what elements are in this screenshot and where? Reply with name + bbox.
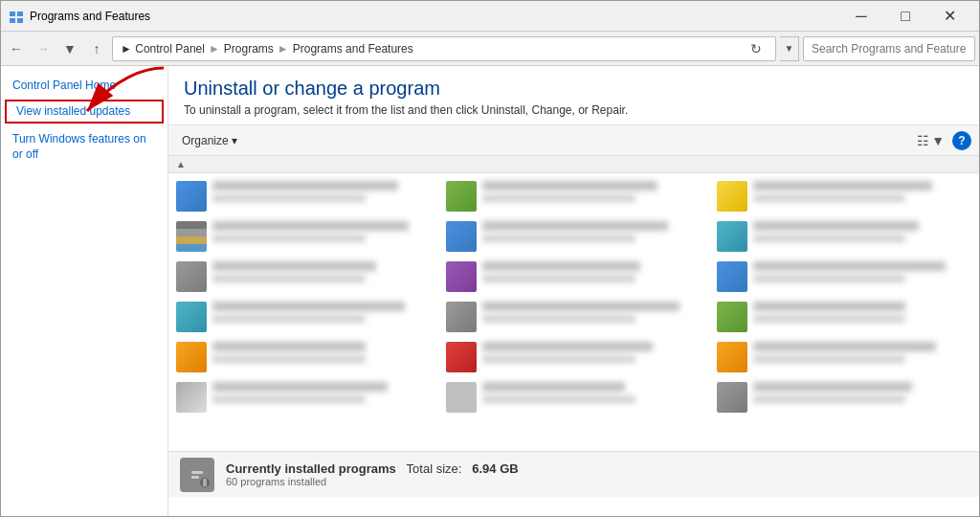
forward-button[interactable]: →	[32, 37, 55, 60]
list-item[interactable]	[176, 181, 431, 212]
status-icon	[180, 458, 214, 492]
window-controls: ─ □ ✕	[839, 1, 971, 32]
programs-grid	[168, 173, 979, 451]
program-name	[753, 181, 932, 191]
program-icon	[717, 342, 747, 372]
list-item[interactable]	[446, 302, 701, 332]
help-button[interactable]: ?	[952, 131, 971, 150]
program-name	[212, 181, 398, 191]
back-button[interactable]: ←	[5, 37, 28, 60]
program-icon	[717, 181, 747, 212]
program-detail	[212, 395, 366, 403]
view-button[interactable]: ☷ ▼	[913, 131, 948, 150]
list-item[interactable]	[176, 382, 431, 413]
program-icon	[446, 302, 477, 332]
program-detail	[753, 315, 906, 323]
window-icon	[9, 9, 24, 24]
program-icon	[176, 302, 207, 332]
program-detail	[212, 235, 366, 242]
maximize-button[interactable]: □	[883, 1, 927, 32]
program-icon	[176, 221, 207, 252]
search-input[interactable]	[803, 36, 975, 61]
list-item[interactable]	[446, 261, 701, 292]
sort-row: ▲	[168, 156, 979, 173]
sidebar-item-turn-windows-features[interactable]: Turn Windows features on or off	[1, 127, 167, 168]
list-item[interactable]	[176, 342, 431, 372]
breadcrumb-sep-1: ►	[209, 42, 220, 56]
close-button[interactable]: ✕	[927, 1, 971, 32]
svg-rect-1	[17, 11, 23, 16]
breadcrumb: ► Control Panel ► Programs ► Programs an…	[121, 42, 413, 56]
program-icon	[717, 302, 747, 332]
refresh-button[interactable]: ↻	[745, 37, 768, 60]
program-icon	[446, 261, 477, 292]
program-name	[212, 382, 388, 392]
breadcrumb-part-2: Programs	[224, 42, 274, 56]
program-col-3	[709, 177, 979, 447]
list-item[interactable]	[446, 221, 701, 252]
program-detail	[482, 194, 635, 202]
organize-button[interactable]: Organize ▾	[176, 132, 243, 149]
view-icon: ☷	[917, 133, 929, 148]
program-detail	[212, 315, 366, 323]
programs-count: 60 programs installed	[226, 476, 519, 487]
program-name	[212, 342, 366, 351]
sidebar-item-view-installed-updates[interactable]: View installed updates	[5, 100, 164, 124]
program-detail	[753, 235, 906, 242]
breadcrumb-part-1: ► Control Panel	[121, 42, 205, 56]
svg-rect-2	[10, 18, 15, 23]
list-item[interactable]	[717, 181, 971, 212]
program-icon	[446, 382, 477, 413]
breadcrumb-part-3: Programs and Features	[293, 42, 413, 56]
program-detail	[482, 235, 635, 242]
window-title: Programs and Features	[30, 10, 839, 23]
programs-list[interactable]: ▲	[168, 156, 979, 517]
list-item[interactable]	[446, 382, 701, 413]
list-item[interactable]	[717, 261, 971, 292]
program-icon	[446, 221, 477, 252]
up-button[interactable]: ↑	[85, 37, 108, 60]
svg-rect-0	[10, 11, 15, 16]
program-name	[212, 221, 409, 231]
program-name	[482, 181, 657, 191]
list-item[interactable]	[717, 342, 971, 372]
program-name	[482, 261, 639, 271]
program-col-2	[438, 177, 708, 447]
program-detail	[753, 194, 906, 202]
sidebar: Control Panel Home View installed update…	[1, 66, 168, 517]
program-icon	[176, 342, 207, 372]
program-detail	[753, 355, 906, 363]
list-item[interactable]	[446, 181, 701, 212]
toolbar: Organize ▾ ☷ ▼ ?	[168, 125, 979, 156]
sidebar-item-control-panel-home[interactable]: Control Panel Home	[1, 74, 167, 98]
program-name	[482, 342, 653, 351]
address-bar[interactable]: ► Control Panel ► Programs ► Programs an…	[112, 36, 776, 61]
status-text: Currently installed programs Total size:…	[226, 461, 519, 487]
program-name	[482, 302, 679, 311]
main-layout: Control Panel Home View installed update…	[1, 66, 979, 517]
program-name	[753, 261, 946, 271]
list-item[interactable]	[176, 302, 431, 332]
program-name	[753, 221, 920, 231]
program-detail	[212, 355, 366, 363]
recent-locations-button[interactable]: ▼	[58, 37, 81, 60]
program-icon	[717, 221, 747, 252]
address-dropdown-button[interactable]: ▼	[780, 36, 799, 61]
list-item[interactable]	[176, 221, 431, 252]
page-title: Uninstall or change a program	[184, 78, 964, 100]
minimize-button[interactable]: ─	[839, 1, 883, 32]
program-name	[212, 302, 405, 311]
list-item[interactable]	[176, 261, 431, 292]
status-bar: Currently installed programs Total size:…	[168, 451, 979, 497]
program-detail	[482, 275, 635, 282]
list-item[interactable]	[717, 221, 971, 252]
svg-rect-3	[17, 18, 23, 23]
list-item[interactable]	[446, 342, 701, 372]
program-col-1	[168, 177, 438, 447]
window: Programs and Features ─ □ ✕ ← → ▼ ↑ ► Co…	[0, 0, 980, 517]
total-size-label: Total size:	[407, 461, 462, 476]
installed-label: Currently installed programs	[226, 461, 396, 476]
list-item[interactable]	[717, 302, 971, 332]
list-item[interactable]	[717, 382, 971, 413]
program-icon	[446, 342, 477, 372]
